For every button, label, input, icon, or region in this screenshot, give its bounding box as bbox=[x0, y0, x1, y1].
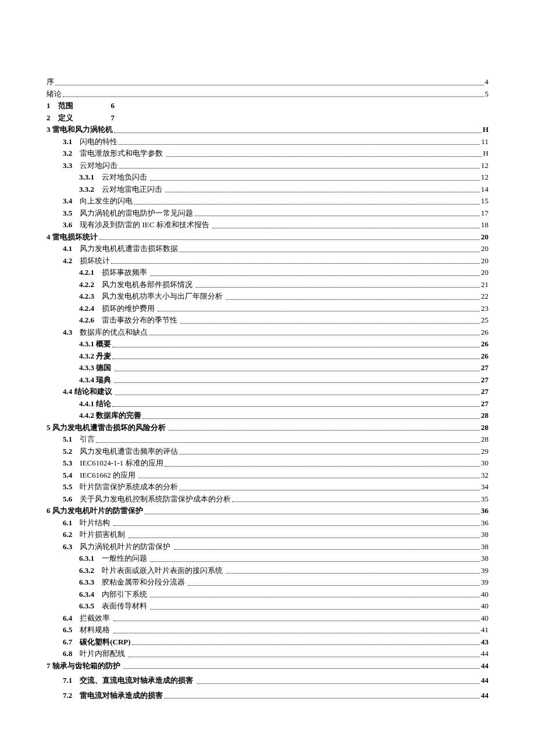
toc-entry: 2 定义 7 bbox=[47, 112, 488, 124]
toc-page-number: 17 bbox=[481, 207, 488, 219]
toc-page-number: 25 bbox=[481, 314, 488, 326]
toc-page-number: 41 bbox=[481, 624, 488, 636]
toc-title: 云对地负闪击 bbox=[94, 171, 149, 183]
toc-entry: 7.2 雷电流对轴承造成的损害44 bbox=[47, 690, 488, 701]
toc-leader-dots bbox=[113, 624, 480, 633]
toc-entry: 4.3.1 概要26 bbox=[47, 338, 488, 350]
toc-page-number: 12 bbox=[481, 171, 488, 183]
toc-title: 风力发电机功率大小与出厂年限分析 bbox=[94, 291, 224, 302]
toc-number: 4.2 bbox=[63, 255, 72, 267]
toc-entry: 7.1 交流、直流电流对轴承造成的损害 44 bbox=[47, 675, 488, 686]
toc-leader-dots bbox=[132, 636, 480, 646]
toc-number: 4.3.4 bbox=[79, 374, 94, 386]
toc-page-number: H bbox=[483, 124, 488, 135]
toc-title: 结论 bbox=[94, 398, 111, 410]
toc-entry: 3 雷电和风力涡轮机H bbox=[47, 124, 488, 135]
toc-title: 定义 7 bbox=[51, 112, 115, 124]
toc-page-number: 28 bbox=[481, 433, 488, 445]
toc-title: 德国 bbox=[94, 362, 113, 374]
toc-leader-dots bbox=[165, 457, 480, 467]
toc-entry: 3.3.1 云对地负闪击 12 bbox=[47, 171, 488, 183]
toc-number: 6.1 bbox=[63, 517, 72, 529]
toc-number: 6.4 bbox=[63, 612, 72, 624]
toc-page-number: 36 bbox=[481, 505, 488, 517]
toc-title: 闪电的特性 bbox=[72, 136, 117, 148]
toc-leader-dots bbox=[119, 160, 480, 169]
toc-entry: 4.3.4 瑞典 27 bbox=[47, 374, 488, 386]
toc-page-number: 35 bbox=[481, 493, 488, 505]
toc-title: 现有涉及到防雷的 IEC 标准和技术报告 bbox=[72, 219, 211, 231]
toc-entry: 4.2.4 损坏的维护费用 23 bbox=[47, 303, 488, 314]
toc-title: 结论和建议 bbox=[72, 386, 114, 397]
toc-entry: 6.2 叶片损害机制 38 bbox=[47, 529, 488, 540]
toc-title: 风力发电机遭雷击频率的评估 bbox=[72, 446, 178, 457]
toc-title: 叶片内部配线 bbox=[72, 648, 127, 660]
toc-page-number: 32 bbox=[481, 470, 488, 481]
toc-title: 云对地闪击 bbox=[72, 160, 117, 171]
toc-page-number: 43 bbox=[481, 636, 488, 648]
toc-title: 概要 bbox=[94, 338, 111, 350]
toc-title: 雷电流对轴承造成的损害 bbox=[72, 690, 163, 701]
toc-title: 雷电和风力涡轮机 bbox=[51, 124, 113, 135]
toc-leader-dots bbox=[194, 207, 480, 217]
toc-leader-dots bbox=[150, 171, 480, 181]
toc-page-number: 38 bbox=[481, 529, 488, 540]
toc-page-number: 11 bbox=[481, 136, 488, 148]
toc-leader-dots bbox=[197, 675, 480, 684]
toc-number: 6.3.5 bbox=[79, 600, 94, 612]
toc-leader-dots bbox=[113, 517, 480, 526]
toc-title: 交流、直流电流对轴承造成的损害 bbox=[72, 675, 195, 686]
toc-entry: 3.6 现有涉及到防雷的 IEC 标准和技术报告 18 bbox=[47, 219, 488, 231]
toc-title: 叶片表面或嵌入叶片表面的接闪系统 bbox=[94, 565, 224, 576]
toc-number: 3.3 bbox=[63, 160, 72, 171]
toc-title: 风力涡轮机的雷电防护一常见问题 bbox=[72, 207, 193, 219]
toc-leader-dots bbox=[179, 243, 480, 252]
toc-entry: 5.2 风力发电机遭雷击频率的评估29 bbox=[47, 446, 488, 457]
toc-leader-dots bbox=[115, 386, 480, 395]
toc-title: 风力涡轮机叶片的防雷保护 bbox=[72, 541, 172, 553]
toc-page-number: 27 bbox=[481, 386, 488, 397]
toc-title: IEC61662 的应用 bbox=[72, 470, 137, 481]
toc-title: 拦截效率 bbox=[72, 612, 112, 624]
toc-page-number: 22 bbox=[481, 291, 488, 302]
toc-title: 叶片防雷保护系统成本的分析 bbox=[72, 481, 178, 493]
toc-entry: 6.1 叶片结构 36 bbox=[47, 517, 488, 529]
toc-leader-dots bbox=[113, 612, 480, 622]
toc-number: 5.3 bbox=[63, 457, 72, 469]
toc-page-number: 23 bbox=[481, 303, 488, 314]
toc-page-number: 27 bbox=[481, 374, 488, 386]
toc-number: 6.3.4 bbox=[79, 589, 94, 600]
toc-title: 风力发电机机遭雷击损坏数据 bbox=[72, 243, 178, 255]
toc-entry: 3.2 雷电泄放形式和电学参数 H bbox=[47, 148, 488, 159]
toc-page-number: 39 bbox=[481, 576, 488, 588]
toc-title: 雷击事故分布的季节性 bbox=[94, 314, 179, 326]
toc-page-number: 21 bbox=[481, 279, 488, 291]
toc-page-number: 39 bbox=[481, 565, 488, 576]
toc-page-number: 44 bbox=[481, 675, 488, 686]
toc-number: 7.1 bbox=[63, 675, 72, 686]
toc-entry: 1 范围 6 bbox=[47, 100, 488, 112]
toc-leader-dots bbox=[142, 410, 480, 419]
toc-leader-dots bbox=[112, 338, 480, 347]
toc-page-number: 44 bbox=[481, 660, 488, 672]
toc-title: 序 bbox=[47, 76, 54, 88]
toc-leader-dots bbox=[179, 481, 480, 490]
toc-number: 6.8 bbox=[63, 648, 72, 660]
toc-number: 6.5 bbox=[63, 624, 72, 636]
toc-page-number: 28 bbox=[481, 410, 488, 421]
toc-leader-dots bbox=[116, 100, 487, 109]
toc-page-number: 34 bbox=[481, 481, 488, 493]
toc-leader-dots bbox=[115, 374, 480, 384]
toc-entry: 6.3.3 胶粘金属带和分段分流器 39 bbox=[47, 576, 488, 588]
toc-page-number: H bbox=[483, 148, 488, 159]
toc-title: 关于风力发电机控制系统防雷保护成本的分析 bbox=[72, 493, 231, 505]
toc-entry: 6.3.5 表面传导材料 40 bbox=[47, 600, 488, 612]
toc-title: 叶片结构 bbox=[72, 517, 112, 529]
toc-title: 云对地雷电正闪击 bbox=[94, 184, 164, 195]
toc-number: 3.6 bbox=[63, 219, 72, 231]
toc-leader-dots bbox=[150, 553, 480, 562]
toc-number: 4.3.3 bbox=[79, 362, 94, 374]
toc-number: 4.2.3 bbox=[79, 291, 94, 302]
toc-number: 4.2.2 bbox=[79, 279, 94, 291]
toc-entry: 7 轴承与齿轮箱的防护 44 bbox=[47, 660, 488, 672]
